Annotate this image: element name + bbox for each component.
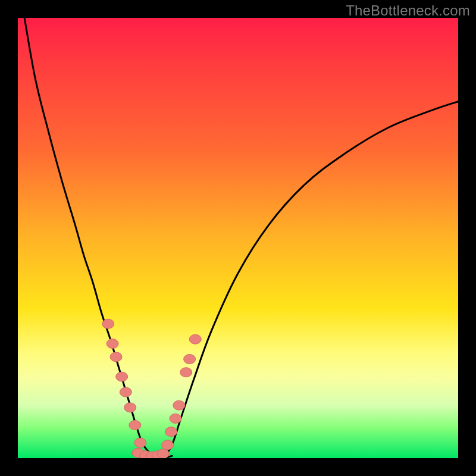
data-point (157, 449, 169, 458)
data-point (162, 440, 174, 450)
data-point (189, 334, 201, 344)
data-point (110, 352, 122, 362)
v-curve (24, 18, 458, 458)
data-point (102, 319, 114, 328)
series-right-branch (163, 102, 458, 458)
data-point (129, 421, 141, 430)
marker-cluster (102, 319, 202, 458)
watermark-text: TheBottleneck.com (346, 2, 470, 19)
data-point (120, 387, 131, 397)
data-point (173, 400, 185, 410)
data-point (116, 372, 128, 381)
curve-layer (18, 18, 458, 458)
plot-area (18, 18, 458, 458)
data-point (184, 355, 196, 364)
data-point (180, 368, 192, 377)
data-point (134, 438, 146, 447)
chart-frame: TheBottleneck.com (0, 0, 476, 476)
data-point (165, 427, 177, 437)
data-point (170, 414, 181, 423)
series-left-branch (24, 18, 154, 458)
data-point (124, 403, 136, 412)
data-point (107, 339, 118, 349)
